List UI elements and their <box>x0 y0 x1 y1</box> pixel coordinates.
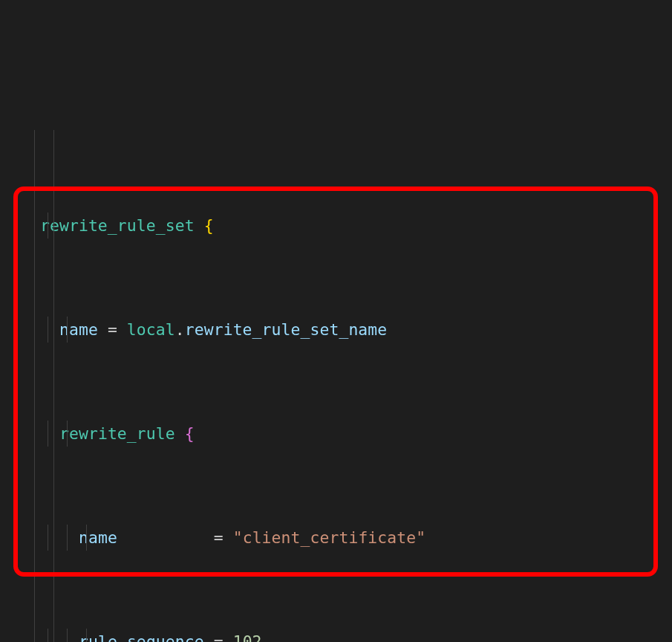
identifier: local <box>127 320 175 339</box>
keyword: rewrite_rule_set <box>40 216 195 235</box>
code-editor[interactable]: rewrite_rule_set { name = local.rewrite_… <box>0 130 672 642</box>
number: 102 <box>233 632 262 642</box>
code-line[interactable]: rewrite_rule { <box>13 421 672 447</box>
string: "client_certificate" <box>233 528 426 547</box>
brace: { <box>175 424 195 443</box>
property: name <box>59 320 98 339</box>
code-line[interactable]: rewrite_rule_set { <box>13 213 672 239</box>
code-line[interactable]: rule_sequence = 102 <box>13 629 672 642</box>
keyword: rewrite_rule <box>59 424 175 443</box>
brace: { <box>195 216 214 235</box>
code-line[interactable]: name = "client_certificate" <box>13 525 672 551</box>
highlight-rectangle <box>13 187 658 577</box>
code-line[interactable]: name = local.rewrite_rule_set_name <box>13 317 672 343</box>
